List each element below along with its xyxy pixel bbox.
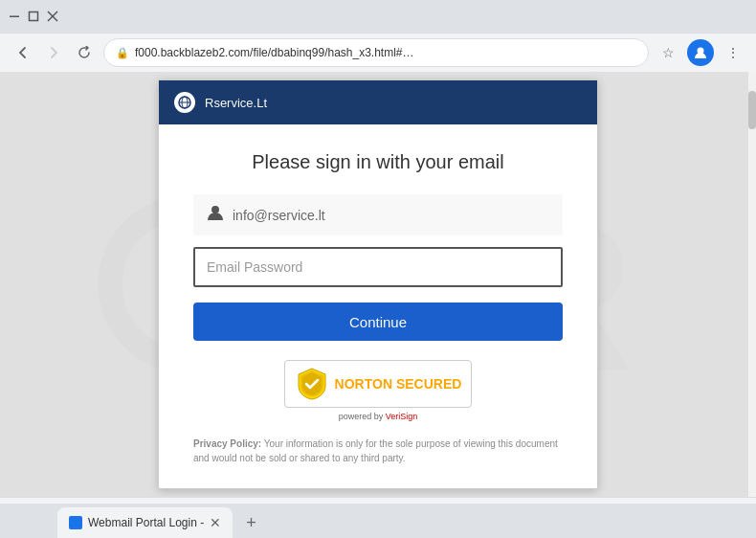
svg-point-11	[211, 206, 219, 213]
email-value: info@rservice.lt	[233, 208, 325, 223]
svg-rect-1	[30, 12, 38, 21]
menu-icon[interactable]: ⋮	[722, 41, 745, 64]
scrollbar[interactable]	[748, 72, 756, 497]
title-bar: Webmail Portal Login - ✕ +	[0, 0, 756, 33]
login-card: Rservice.Lt Please sign in with your ema…	[158, 79, 598, 489]
url-text: f000.backblazeb2.com/file/dbabinq99/hash…	[135, 46, 414, 59]
new-tab-button[interactable]: +	[238, 507, 264, 538]
password-input[interactable]	[193, 247, 563, 287]
forward-button[interactable]	[42, 41, 65, 64]
continue-button[interactable]: Continue	[193, 303, 563, 341]
email-display: info@rservice.lt	[193, 194, 563, 235]
close-button[interactable]	[46, 10, 59, 23]
account-icon[interactable]	[687, 39, 714, 66]
privacy-title: Privacy Policy:	[193, 438, 261, 449]
verisign-text: VeriSign	[386, 412, 418, 421]
powered-by-text: powered by VeriSign	[339, 412, 418, 421]
tab-close-button[interactable]: ✕	[210, 515, 221, 530]
privacy-section: Privacy Policy: Your information is only…	[193, 437, 563, 465]
sign-in-title: Please sign in with your email	[193, 151, 563, 173]
tab-favicon	[69, 516, 82, 529]
norton-badge: NORTON SECURED powered by VeriSign	[193, 360, 563, 421]
header-title: Rservice.Lt	[205, 96, 267, 110]
user-icon	[206, 203, 225, 227]
card-body: Please sign in with your email info@rser…	[159, 124, 597, 488]
card-header: Rservice.Lt	[159, 80, 597, 124]
active-tab[interactable]: Webmail Portal Login - ✕	[57, 507, 233, 538]
norton-shield-icon	[295, 367, 329, 401]
norton-text-block: NORTON SECURED	[335, 376, 462, 392]
minimize-button[interactable]	[8, 10, 21, 23]
restore-button[interactable]	[27, 10, 40, 23]
page-content: RR Rservice.Lt Please sign in with your …	[0, 72, 756, 497]
bookmark-icon[interactable]: ☆	[656, 41, 679, 64]
norton-logo: NORTON SECURED	[284, 360, 473, 408]
svg-rect-0	[10, 16, 19, 18]
lock-icon: 🔒	[116, 47, 129, 59]
tab-title: Webmail Portal Login -	[88, 516, 204, 529]
address-bar: 🔒 f000.backblazeb2.com/file/dbabinq99/ha…	[0, 34, 756, 72]
scrollbar-thumb[interactable]	[748, 91, 756, 129]
reload-button[interactable]	[73, 41, 96, 64]
header-logo	[174, 92, 195, 113]
norton-secured-text: NORTON SECURED	[335, 376, 462, 392]
url-field[interactable]: 🔒 f000.backblazeb2.com/file/dbabinq99/ha…	[103, 38, 649, 67]
window-controls	[8, 10, 59, 23]
back-button[interactable]	[11, 41, 34, 64]
